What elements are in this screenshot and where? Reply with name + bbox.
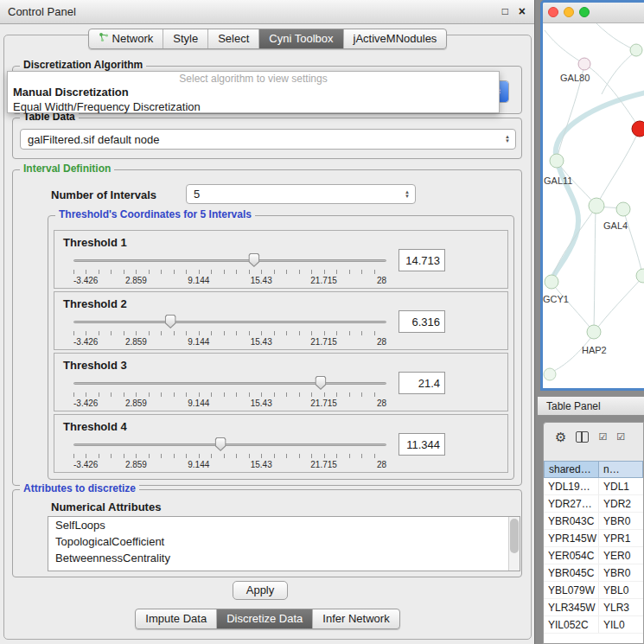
tab-discretize-data[interactable]: Discretize Data xyxy=(217,609,313,628)
gear-icon[interactable]: ⚙ xyxy=(555,430,566,443)
column-header-shared-name[interactable]: shared… xyxy=(544,461,599,478)
select-all-checkbox-icon[interactable]: ☑ xyxy=(598,431,607,443)
option-manual-discretization[interactable]: Manual Discretization xyxy=(8,85,499,99)
num-intervals-combo[interactable]: 5 ▲ ▼ xyxy=(186,184,416,204)
network-canvas[interactable]: GAL80 GAL11 GAL4 GCY1 HAP2 xyxy=(543,23,644,387)
table-header-row: shared… n… xyxy=(544,461,643,478)
scale-label: 9.144 xyxy=(188,460,209,469)
table-row[interactable]: YBR043C YBR0 xyxy=(544,513,643,530)
threshold-slider[interactable] xyxy=(73,315,386,328)
cell-name: YBR0 xyxy=(599,564,643,581)
scale-label: 28 xyxy=(377,276,386,285)
network-node[interactable] xyxy=(578,58,590,70)
tab-style[interactable]: Style xyxy=(163,29,208,48)
close-traffic-light[interactable] xyxy=(548,7,558,17)
tab-impute-data[interactable]: Impute Data xyxy=(136,609,217,628)
scale-label: 9.144 xyxy=(188,399,209,408)
slider-thumb[interactable] xyxy=(215,437,226,451)
combo-stepper-icon[interactable]: ▲ ▼ xyxy=(399,190,415,199)
threshold-value-field[interactable]: 21.4 xyxy=(399,372,445,394)
threshold-slider[interactable] xyxy=(73,376,386,390)
cell-name: YIL0 xyxy=(599,616,643,633)
node-label-gal11: GAL11 xyxy=(544,175,572,186)
slider-thumb[interactable] xyxy=(315,376,326,390)
threshold-row: Threshold 4 -3.426 2.859 9.144 15.43 21.… xyxy=(54,414,508,473)
list-item[interactable]: TopologicalCoefficient xyxy=(48,533,520,550)
cell-shared-name: YBR043C xyxy=(544,513,599,529)
list-item[interactable]: BetweennessCentrality xyxy=(48,550,520,566)
scale-label: 2.859 xyxy=(125,276,147,285)
network-node[interactable] xyxy=(544,368,556,380)
scrollbar-thumb[interactable] xyxy=(510,519,519,553)
slider-thumb[interactable] xyxy=(248,253,259,267)
column-selector-icon[interactable] xyxy=(576,431,589,443)
combo-value: 5 xyxy=(187,188,399,201)
network-node[interactable] xyxy=(589,198,604,214)
network-node[interactable] xyxy=(636,269,644,283)
slider-thumb[interactable] xyxy=(165,315,176,328)
list-item[interactable]: SelfLoops xyxy=(48,517,520,533)
slider-track[interactable] xyxy=(73,382,386,385)
cell-name: YLR3 xyxy=(599,599,643,615)
table-toolbar: ⚙ ☑ ☑ xyxy=(544,423,643,450)
close-icon[interactable]: × xyxy=(519,4,526,18)
control-panel-window: Control Panel □ × Network Style Select C… xyxy=(0,0,535,644)
table-row[interactable]: YLR345W YLR3 xyxy=(544,599,643,616)
slider-scale: -3.426 2.859 9.144 15.43 21.715 28 xyxy=(73,276,386,286)
network-node[interactable] xyxy=(587,325,601,339)
cell-name: YPR1 xyxy=(599,530,643,546)
combo-stepper-icon[interactable]: ▲ ▼ xyxy=(500,135,515,143)
minimize-traffic-light[interactable] xyxy=(564,7,574,17)
table-data-combo[interactable]: galFiltered.sif default node ▲ ▼ xyxy=(20,129,516,150)
bottom-tab-bar: Impute Data Discretize Data Infer Networ… xyxy=(0,609,535,629)
tab-label: Discretize Data xyxy=(226,612,303,625)
cell-shared-name: YPR145W xyxy=(544,530,599,546)
float-window-icon[interactable]: □ xyxy=(502,5,508,17)
slider-tick-marks xyxy=(73,454,386,458)
slider-track[interactable] xyxy=(73,443,386,446)
scale-label: 21.715 xyxy=(310,276,337,285)
table-row[interactable]: YDR27… YDR2 xyxy=(544,495,643,513)
list-scrollbar[interactable] xyxy=(508,517,520,571)
group-table-data: Table Data galFiltered.sif default node … xyxy=(12,118,522,159)
threshold-slider[interactable] xyxy=(73,253,386,267)
slider-track[interactable] xyxy=(73,321,386,323)
table-row[interactable]: YPR145W YPR1 xyxy=(544,530,643,547)
slider-track[interactable] xyxy=(73,259,386,262)
tab-infer-network[interactable]: Infer Network xyxy=(313,609,399,628)
threshold-label: Threshold 3 xyxy=(63,359,127,372)
table-row[interactable]: YER054C YER0 xyxy=(544,547,643,564)
tab-label: jActiveMNodules xyxy=(354,32,437,45)
select-rows-checkbox-icon[interactable]: ☑ xyxy=(616,431,625,443)
threshold-value-field[interactable]: 6.316 xyxy=(399,310,445,333)
table-row[interactable]: YDL19… YDL1 xyxy=(544,478,643,495)
table-row[interactable]: YIL052C YIL0 xyxy=(544,616,643,634)
tab-label: Style xyxy=(173,32,198,45)
zoom-traffic-light[interactable] xyxy=(579,7,590,17)
tab-jactivemodules[interactable]: jActiveMNodules xyxy=(344,29,447,48)
tab-select[interactable]: Select xyxy=(208,29,259,48)
column-header-name[interactable]: n… xyxy=(599,461,643,478)
network-node[interactable] xyxy=(545,275,558,289)
group-threshold-coordinates: Threshold's Coordinates for 5 Intervals … xyxy=(48,215,514,480)
group-interval-definition: Interval Definition Number of Intervals … xyxy=(12,169,522,486)
threshold-slider[interactable] xyxy=(73,437,386,451)
table-row[interactable]: YBL079W YBL0 xyxy=(544,582,643,599)
tab-cyni-toolbox[interactable]: Cyni Toolbox xyxy=(259,29,343,48)
scale-label: 28 xyxy=(377,460,386,469)
network-node[interactable] xyxy=(550,154,564,168)
table-panel-header: Table Panel xyxy=(538,396,644,416)
threshold-value-field[interactable]: 14.713 xyxy=(399,249,445,271)
network-node[interactable] xyxy=(616,202,630,216)
tab-network[interactable]: Network xyxy=(89,29,164,48)
network-node-selected-red[interactable] xyxy=(632,121,644,137)
group-label: Interval Definition xyxy=(20,163,114,175)
slider-tick-marks xyxy=(73,270,386,274)
network-node[interactable] xyxy=(630,44,642,56)
table-row[interactable]: YBR045C YBR0 xyxy=(544,564,643,582)
option-equal-width-frequency[interactable]: Equal Width/Frequency Discretization xyxy=(8,99,499,114)
apply-button[interactable]: Apply xyxy=(233,581,288,600)
scale-label: 15.43 xyxy=(251,337,272,347)
scale-label: -3.426 xyxy=(73,399,98,408)
threshold-value-field[interactable]: 11.344 xyxy=(399,433,445,456)
